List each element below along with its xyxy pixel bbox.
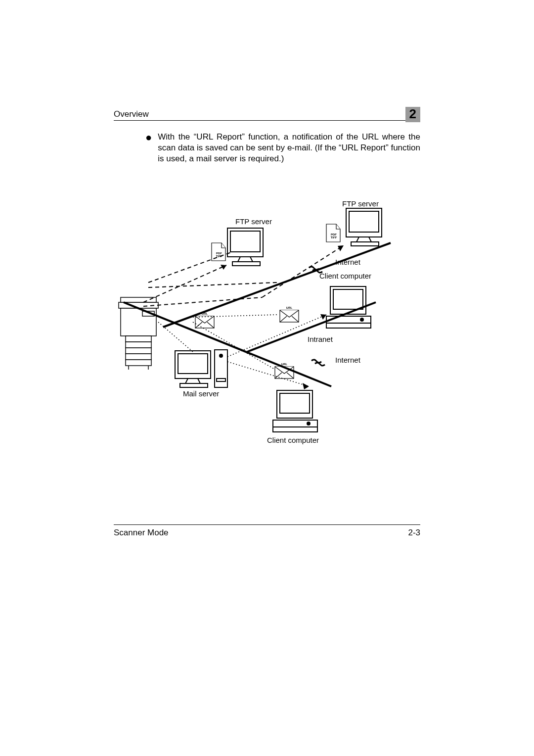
svg-rect-6 (126, 354, 151, 360)
label-intranet: Intranet (308, 335, 333, 343)
svg-rect-4 (126, 342, 151, 348)
footer-mode: Scanner Mode (114, 528, 169, 538)
network-diagram: FTP server FTP server Internet Client co… (114, 174, 420, 520)
svg-rect-29 (280, 393, 310, 413)
diagram-svg (114, 174, 420, 520)
svg-rect-1 (121, 297, 156, 302)
svg-marker-48 (320, 314, 326, 320)
svg-rect-30 (273, 420, 317, 427)
label-internet1: Internet (335, 258, 360, 266)
monitor-ftp1-icon (227, 228, 263, 266)
svg-rect-24 (180, 383, 208, 387)
svg-rect-15 (349, 211, 379, 232)
label-client1: Client computer (319, 272, 371, 280)
label-internet2: Internet (335, 356, 360, 364)
bullet-item: ● With the “URL Report” function, a noti… (145, 132, 420, 165)
svg-rect-3 (126, 336, 151, 342)
bullet-text: With the “URL Report” function, a notifi… (158, 132, 420, 165)
svg-point-32 (307, 422, 310, 425)
label-ftp1: FTP server (235, 217, 272, 226)
svg-marker-50 (303, 383, 309, 389)
monitor-ftp2-icon (346, 208, 382, 246)
footer-page: 2-3 (408, 528, 420, 538)
svg-rect-31 (273, 427, 317, 432)
svg-rect-23 (178, 354, 208, 374)
url-tag-3: URL (280, 363, 289, 366)
page-content: Overview 2 ● With the “URL Report” funct… (114, 104, 420, 520)
svg-line-45 (148, 283, 277, 287)
svg-line-46 (158, 322, 193, 352)
svg-rect-16 (351, 242, 379, 246)
envelope2-icon (280, 310, 299, 322)
label-client2: Client computer (267, 436, 319, 444)
bullet-icon: ● (145, 132, 152, 165)
section-title: Overview (114, 109, 149, 119)
svg-rect-18 (333, 289, 363, 309)
mail-server-icon (175, 350, 227, 387)
page-footer: Scanner Mode 2-3 (114, 524, 420, 538)
svg-line-41 (143, 297, 262, 306)
svg-point-21 (360, 318, 363, 321)
svg-point-26 (220, 354, 222, 357)
envelope1-icon (195, 316, 214, 328)
svg-rect-12 (230, 231, 260, 252)
file-tag-1: PDFTIFF (214, 252, 224, 258)
file-tag-2: PDFTIFF (328, 233, 339, 239)
svg-rect-5 (126, 348, 151, 354)
svg-rect-20 (326, 323, 371, 328)
svg-rect-27 (217, 378, 225, 381)
svg-rect-13 (232, 262, 260, 266)
label-ftp2: FTP server (342, 199, 379, 208)
label-mailserver: Mail server (183, 389, 219, 398)
svg-rect-7 (126, 360, 151, 366)
svg-line-39 (143, 265, 226, 302)
chapter-badge: 2 (405, 107, 420, 122)
page-header: Overview 2 (114, 104, 420, 121)
url-tag-2: URL (285, 306, 294, 309)
client2-icon (273, 390, 317, 432)
url-tag-1: URL (200, 312, 209, 315)
